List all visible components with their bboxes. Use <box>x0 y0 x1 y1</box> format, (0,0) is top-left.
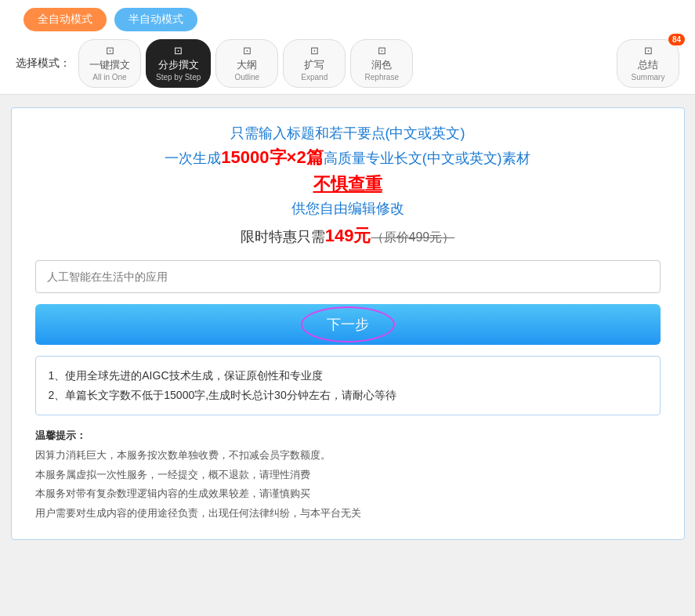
headline2-suffix: 高质量专业长文(中文或英文)素材 <box>324 150 530 166</box>
tab-outline-label: 大纲 <box>237 59 257 72</box>
auto-mode-button[interactable]: 全自动模式 <box>24 8 107 31</box>
mode-label: 选择模式： <box>16 56 71 71</box>
summary-icon: ⊡ <box>644 45 653 58</box>
warning-section: 温馨提示： 因算力消耗巨大，本服务按次数单独收费，不扣减会员字数额度。 本服务属… <box>35 426 661 523</box>
tab-summary-label: 总结 <box>638 59 658 72</box>
tab-expand-label: 扩写 <box>304 59 324 72</box>
price-text: 限时特惠只需 <box>241 229 325 245</box>
headline-line4: 供您自由编辑修改 <box>35 199 661 218</box>
tab-expand[interactable]: ⊡ 扩写 Expand <box>283 39 346 88</box>
all-in-one-icon: ⊡ <box>106 45 114 58</box>
next-button[interactable]: 下一步 <box>35 304 661 345</box>
next-btn-wrapper: 下一步 <box>35 304 661 345</box>
info-box: 1、使用全球先进的AIGC技术生成，保证原创性和专业度 2、单篇长文字数不低于1… <box>35 356 661 415</box>
warning-line-1: 因算力消耗巨大，本服务按次数单独收费，不扣减会员字数额度。 <box>35 446 661 466</box>
tab-outline[interactable]: ⊡ 大纲 Outline <box>215 39 278 88</box>
headline-line2: 一次生成15000字×2篇高质量专业长文(中文或英文)素材 <box>35 146 661 169</box>
title-input[interactable] <box>35 260 661 293</box>
tab-expand-sublabel: Expand <box>301 72 328 82</box>
warning-line-3: 本服务对带有复杂数理逻辑内容的生成效果较差，请谨慎购买 <box>35 484 661 504</box>
headline2-prefix: 一次生成 <box>165 150 221 166</box>
tab-all-in-one-label: 一键撰文 <box>89 59 130 72</box>
top-bar: 全自动模式 半自动模式 选择模式： ⊡ 一键撰文 All in One ⊡ 分步… <box>0 0 695 95</box>
tab-all-in-one[interactable]: ⊡ 一键撰文 All in One <box>78 39 141 88</box>
expand-icon: ⊡ <box>310 45 319 58</box>
summary-badge: 84 <box>668 34 685 45</box>
mode-selector-row: 选择模式： ⊡ 一键撰文 All in One ⊡ 分步撰文 Step by S… <box>16 39 679 94</box>
warning-line-4: 用户需要对生成内容的使用途径负责，出现任何法律纠纷，与本平台无关 <box>35 504 661 524</box>
price-num: 149元 <box>325 226 371 245</box>
info-line1: 1、使用全球先进的AIGC技术生成，保证原创性和专业度 <box>49 366 647 386</box>
tab-all-in-one-sublabel: All in One <box>92 72 126 82</box>
headline-section: 只需输入标题和若干要点(中文或英文) 一次生成15000字×2篇高质量专业长文(… <box>35 124 661 248</box>
main-content: 只需输入标题和若干要点(中文或英文) 一次生成15000字×2篇高质量专业长文(… <box>11 107 685 540</box>
tab-rephrase[interactable]: ⊡ 润色 Rephrase <box>350 39 413 88</box>
step-by-step-icon: ⊡ <box>174 45 183 58</box>
tab-outline-sublabel: Outline <box>234 72 259 82</box>
tab-step-by-step[interactable]: ⊡ 分步撰文 Step by Step <box>146 39 211 88</box>
warning-title: 温馨提示： <box>35 429 86 441</box>
rephrase-icon: ⊡ <box>378 45 386 58</box>
headline2-num: 15000字×2篇 <box>221 147 323 167</box>
outline-icon: ⊡ <box>243 45 252 58</box>
semi-auto-mode-button[interactable]: 半自动模式 <box>114 8 197 31</box>
mode-buttons: 全自动模式 半自动模式 <box>16 8 679 31</box>
tab-rephrase-label: 润色 <box>371 59 392 72</box>
tab-rephrase-sublabel: Rephrase <box>365 72 399 82</box>
headline-line1: 只需输入标题和若干要点(中文或英文) <box>35 124 661 143</box>
price-line: 限时特惠只需149元（原价499元） <box>35 224 661 248</box>
price-original: （原价499元） <box>371 230 455 244</box>
tab-summary[interactable]: ⊡ 总结 Summary 84 <box>617 39 679 88</box>
tab-step-by-step-sublabel: Step by Step <box>156 72 201 82</box>
warning-line-2: 本服务属虚拟一次性服务，一经提交，概不退款，请理性消费 <box>35 466 661 485</box>
info-line2: 2、单篇长文字数不低于15000字,生成时长总计30分钟左右，请耐心等待 <box>49 386 647 405</box>
tab-step-by-step-label: 分步撰文 <box>158 59 199 72</box>
tab-summary-sublabel: Summary <box>632 72 665 82</box>
headline-line3: 不惧查重 <box>35 172 661 196</box>
